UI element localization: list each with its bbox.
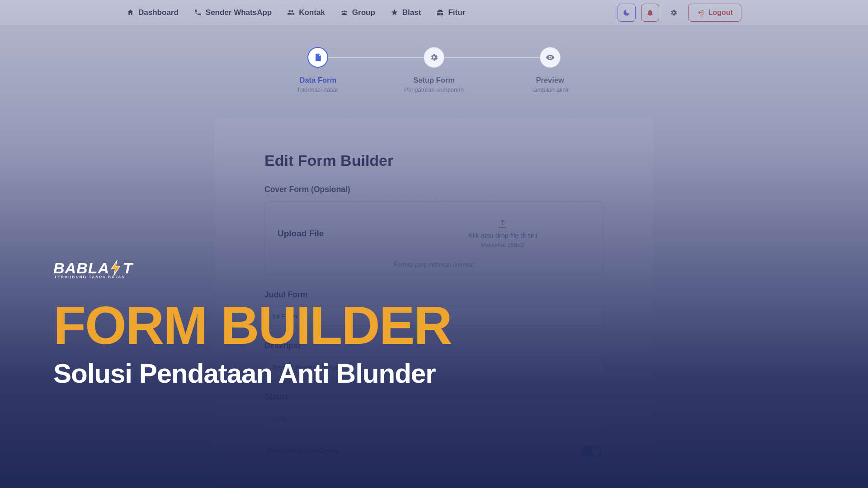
stepper: Data Form Informasi dasar Setup Form Pen… [0,25,868,93]
nav-left: Dashboard Sender WhatsApp Kontak Group B… [127,8,465,17]
deskripsi-label: Deskripsi [264,341,604,351]
judul-label: Judul Form [264,290,604,300]
status-label: Status [264,392,604,402]
deskripsi-input[interactable] [264,357,604,377]
upload-title: Upload File [278,229,415,239]
step-title: Preview [536,76,564,84]
page-title: Edit Form Builder [264,152,604,169]
gear-icon [670,9,678,17]
group-toggle[interactable] [582,446,602,457]
step-data-form[interactable]: Data Form Informasi dasar [260,47,376,93]
logout-icon [697,9,704,16]
nav-item-dashboard[interactable]: Dashboard [127,8,179,17]
nav-label: Blast [402,8,421,17]
stepper-connector [444,57,540,58]
blast-icon [391,9,398,16]
step-sub: Informasi dasar [298,86,339,93]
upload-hint: Klik atau drop file di sini [468,232,537,239]
step-sub: Pengaturan komponen [404,86,464,93]
nav-right: Logout [618,4,741,22]
nav-item-group[interactable]: Group [340,8,375,17]
logout-label: Logout [708,9,733,17]
people-icon [287,9,295,16]
upload-dropzone[interactable]: Upload File Klik atau drop file di sini … [264,202,604,275]
status-select[interactable]: Draft [264,408,604,428]
status-value: Draft [272,414,287,422]
upload-max: Maksimal 150KB [481,242,525,249]
nav-item-blast[interactable]: Blast [391,8,421,17]
theme-toggle-button[interactable] [618,4,636,22]
group-icon [340,9,348,16]
nav-item-kontak[interactable]: Kontak [287,8,325,17]
upload-icon [497,218,508,229]
judul-input[interactable] [264,306,604,326]
nav-label: Group [352,8,375,17]
chevron-down-icon [590,415,596,421]
stepper-connector [328,57,424,58]
phone-icon [194,9,202,16]
logout-button[interactable]: Logout [688,4,741,22]
step-sub: Tampilan akhir [531,86,569,93]
settings-button[interactable] [665,4,683,22]
step-preview[interactable]: Preview Tampilan akhir [492,47,608,93]
eye-icon [546,53,555,62]
settings-icon [429,53,439,62]
upload-format: Format yang diizinkan Gambar [278,261,590,268]
nav-label: Kontak [299,8,325,17]
app-screenshot: Dashboard Sender WhatsApp Kontak Group B… [0,0,868,488]
step-setup-form[interactable]: Setup Form Pengaturan komponen [376,47,492,93]
notifications-button[interactable] [641,4,659,22]
document-icon [313,53,322,62]
bell-icon [646,9,654,17]
nav-item-whatsapp[interactable]: Sender WhatsApp [194,8,272,17]
step-title: Setup Form [413,76,455,84]
nav-item-fitur[interactable]: Fitur [436,8,465,17]
moon-icon [623,9,631,17]
step-circle [424,47,444,68]
navbar: Dashboard Sender WhatsApp Kontak Group B… [0,0,868,25]
nav-label: Fitur [448,8,465,17]
step-circle [307,47,328,68]
form-card: Edit Form Builder Cover Form (Opsional) … [215,118,653,488]
group-toggle-row: Tambahkan ke Group [264,446,604,457]
step-title: Data Form [300,76,337,84]
group-toggle-label: Tambahkan ke Group [266,447,340,455]
cover-label: Cover Form (Opsional) [264,185,604,194]
nav-label: Sender WhatsApp [206,8,272,17]
nav-label: Dashboard [138,8,179,17]
gift-icon [436,9,444,16]
step-circle [540,47,561,68]
home-icon [127,9,134,16]
